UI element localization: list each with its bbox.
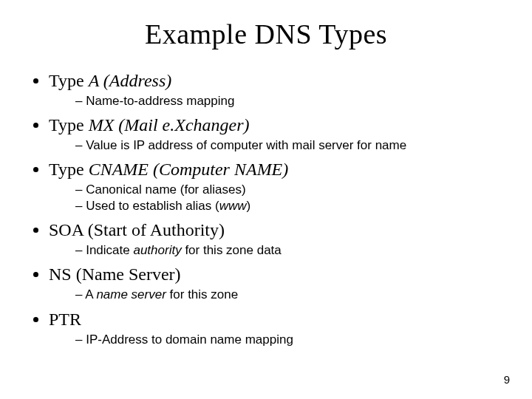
list-item: Type A (Address) Name-to-address mapping	[49, 69, 502, 109]
page-number: 9	[504, 373, 510, 386]
sub-list: Indicate authority for this zone data	[49, 242, 502, 259]
item-text-pre: NS (Name Server)	[49, 265, 181, 284]
sub-post: for this zone data	[182, 243, 282, 257]
item-text-pre: Type	[49, 115, 89, 134]
item-text-pre: PTR	[49, 310, 81, 329]
sub-pre: A	[85, 287, 96, 301]
sub-list: Value is IP address of computer with mai…	[49, 137, 502, 154]
sub-post: for this zone	[166, 287, 238, 301]
list-item: NS (Name Server) A name server for this …	[49, 263, 502, 303]
sub-pre: Used to establish alias (	[86, 199, 219, 213]
slide: Example DNS Types Type A (Address) Name-…	[0, 0, 532, 399]
slide-title: Example DNS Types	[30, 18, 502, 50]
item-text-em: CNAME (Computer NAME)	[89, 160, 289, 179]
sub-item: Value is IP address of computer with mai…	[75, 137, 502, 154]
sub-item: Name-to-address mapping	[75, 93, 502, 109]
sub-pre: Canonical name (for aliases)	[86, 183, 245, 197]
sub-item: Indicate authority for this zone data	[75, 242, 502, 259]
item-text-pre: Type	[49, 71, 89, 90]
list-item: PTR IP-Address to domain name mapping	[49, 308, 502, 348]
sub-em: name server	[96, 287, 166, 301]
sub-list: Canonical name (for aliases) Used to est…	[49, 182, 502, 214]
sub-item: Used to establish alias (www)	[75, 198, 502, 214]
item-text-pre: Type	[49, 160, 89, 179]
list-item: Type MX (Mail e.Xchanger) Value is IP ad…	[49, 114, 502, 154]
item-text-pre: SOA (Start of Authority)	[49, 220, 225, 239]
sub-pre: Value is IP address of computer with mai…	[86, 138, 406, 152]
sub-item: A name server for this zone	[75, 287, 502, 303]
item-text-em: A (Address)	[89, 71, 172, 90]
list-item: Type CNAME (Computer NAME) Canonical nam…	[49, 158, 502, 214]
sub-post: )	[247, 199, 251, 213]
sub-em: www	[219, 199, 247, 213]
sub-em: authority	[133, 243, 181, 257]
sub-list: Name-to-address mapping	[49, 93, 502, 109]
sub-item: Canonical name (for aliases)	[75, 182, 502, 198]
bullet-list: Type A (Address) Name-to-address mapping…	[30, 69, 502, 348]
sub-list: A name server for this zone	[49, 287, 502, 303]
item-text-em: MX (Mail e.Xchanger)	[89, 115, 250, 134]
sub-list: IP-Address to domain name mapping	[49, 332, 502, 348]
sub-item: IP-Address to domain name mapping	[75, 332, 502, 348]
sub-pre: IP-Address to domain name mapping	[86, 332, 293, 347]
sub-pre: Name-to-address mapping	[86, 94, 234, 108]
list-item: SOA (Start of Authority) Indicate author…	[49, 219, 502, 259]
sub-pre: Indicate	[86, 243, 133, 257]
